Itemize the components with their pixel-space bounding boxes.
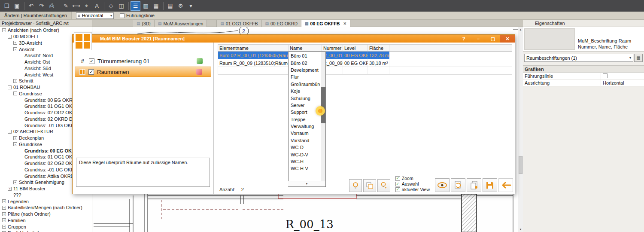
minimize-button[interactable]: –: [471, 35, 486, 43]
dropdown-option[interactable]: Verwaltung: [289, 123, 320, 130]
toolbar-separator[interactable]: [59, 2, 59, 10]
dropdown-option[interactable]: Schulung: [289, 95, 320, 101]
save-icon[interactable]: ▣: [12, 1, 22, 11]
tree-expander-icon[interactable]: -: [13, 142, 17, 146]
table-row[interactable]: Büro 02 R_00_01 (1283505;Räume Büro 02 ▾…: [218, 52, 512, 59]
toolbar-separator[interactable]: [128, 2, 129, 10]
tree-expander-icon[interactable]: -: [13, 47, 17, 51]
scrollbar-thumb[interactable]: [321, 87, 325, 123]
dimension-icon[interactable]: ⟷: [71, 1, 81, 11]
tree-expander-icon[interactable]: +: [13, 79, 17, 83]
view-tab[interactable]: ▤ 01 OG1 OKFFB ✕: [216, 20, 261, 27]
element-selector-dropdown[interactable]: Raumbeschriftungen (1) ▾: [524, 54, 633, 62]
dropdown-option[interactable]: Büro 01: [289, 52, 320, 59]
help-button[interactable]: ?: [456, 35, 471, 43]
highlight-bulb-button[interactable]: [349, 179, 362, 192]
tree-expander-icon[interactable]: -: [8, 35, 12, 39]
column-header[interactable]: Name: [289, 45, 322, 51]
rule-checkbox[interactable]: ✓: [88, 69, 94, 75]
tree-expander-icon[interactable]: -: [8, 130, 12, 134]
tree-item[interactable]: + Revit-Verknüpfungen: [0, 230, 92, 232]
tree-expander-icon[interactable]: +: [13, 41, 17, 45]
measure-icon[interactable]: ✎: [61, 1, 71, 11]
tree-expander-icon[interactable]: +: [2, 225, 6, 229]
dropdown-option[interactable]: Flur: [289, 73, 320, 80]
highlight-dropdown-button[interactable]: [377, 179, 390, 192]
redo-icon[interactable]: ↷: [36, 1, 46, 11]
close-tab-icon[interactable]: ✕: [343, 21, 346, 26]
alignment-dropdown[interactable]: ≡ Horizontal ▾: [76, 12, 114, 19]
copy-document-button[interactable]: [467, 178, 481, 192]
column-header[interactable]: Fläche: [368, 45, 389, 51]
tree-item[interactable]: + Pläne (nach Ordner): [0, 211, 92, 217]
column-header[interactable]: Level: [343, 45, 368, 51]
text-icon[interactable]: A: [92, 1, 102, 11]
dropdown-option[interactable]: Koje: [289, 88, 320, 95]
dialog-titlebar[interactable]: MuM BIM Booster 2021 [Raumnamen] ? – ▢ ✕: [73, 35, 515, 43]
scroll-down-icon[interactable]: ▼: [518, 227, 523, 232]
rule-item-room-names[interactable]: ✓ Raumnamen: [75, 67, 211, 77]
section-icon[interactable]: ◫: [116, 1, 126, 11]
canvas-vertical-scrollbar[interactable]: ▲ ▼: [518, 27, 523, 232]
selection-frames-button[interactable]: [363, 179, 376, 192]
dropdown-option[interactable]: WC-D-V: [289, 151, 320, 158]
dropdown-option[interactable]: Server: [289, 102, 320, 109]
tree-expander-icon[interactable]: +: [2, 199, 6, 203]
view-option-checkbox[interactable]: ✓ Zoom: [395, 176, 430, 181]
tree-item[interactable]: + Legenden: [0, 198, 92, 205]
user-interface-icon[interactable]: ▥: [141, 1, 151, 11]
column-header[interactable]: Nummer: [322, 45, 343, 51]
view-option-checkbox[interactable]: ✓ Auswahl: [395, 181, 430, 186]
show-element-button[interactable]: [435, 178, 450, 192]
dropdown-option[interactable]: Vorstand: [289, 137, 320, 144]
tree-item[interactable]: + Familien: [0, 217, 92, 224]
tree-expander-icon[interactable]: +: [2, 212, 6, 216]
tree-expander-icon[interactable]: +: [8, 187, 12, 191]
dropdown-option[interactable]: Großraumbüro: [289, 81, 320, 88]
rule-checkbox[interactable]: ✓: [89, 58, 94, 64]
tag-icon[interactable]: ⌖: [82, 1, 91, 11]
rule-item-door-numbering[interactable]: # ✓ Türnummerierung 01: [75, 56, 211, 66]
tree-expander-icon[interactable]: -: [2, 28, 6, 32]
3d-view-icon[interactable]: ◇: [106, 1, 116, 11]
tree-item[interactable]: + Bauteillisten/Mengen (nach Ordner): [0, 205, 92, 211]
dropdown-option[interactable]: WC-H: [289, 158, 320, 165]
schedule-icon[interactable]: ▦: [151, 1, 161, 11]
scroll-down-icon[interactable]: ▼: [288, 181, 325, 186]
dropdown-option[interactable]: Development: [289, 67, 320, 73]
maximize-button[interactable]: ▢: [486, 35, 500, 43]
dropdown-option[interactable]: Vorraum: [289, 130, 320, 137]
scrollbar-thumb[interactable]: [519, 156, 522, 174]
dropdown-option[interactable]: Treppe: [289, 116, 320, 123]
leader-line-property-checkbox[interactable]: [603, 73, 608, 78]
back-arrow-button[interactable]: [498, 178, 513, 192]
toolbar-separator[interactable]: [163, 2, 164, 10]
print-icon[interactable]: ⎙: [47, 1, 57, 11]
edit-type-button[interactable]: ▦: [634, 54, 643, 62]
thin-lines-icon[interactable]: ☰: [131, 1, 140, 11]
column-header[interactable]: Elementname: [218, 45, 289, 51]
tree-item[interactable]: + Gruppen: [0, 223, 92, 230]
undo-icon[interactable]: ↶: [26, 1, 36, 11]
tree-expander-icon[interactable]: +: [2, 206, 6, 210]
view-option-checkbox[interactable]: ✓ aktueller View: [395, 187, 430, 192]
context-tab-modify-room-tags[interactable]: Ändern | Raumbeschriftungen: [0, 12, 72, 19]
tree-expander-icon[interactable]: +: [13, 180, 17, 184]
close-button[interactable]: ✕: [500, 35, 515, 43]
property-group-header[interactable]: Grafiken: [523, 66, 644, 73]
view-tab[interactable]: ▤ 00 EG OKRD ✕: [262, 20, 302, 27]
settings-icon[interactable]: ⚙: [176, 1, 185, 11]
dropdown-scrollbar[interactable]: ▼: [321, 52, 325, 186]
more-tools-icon[interactable]: ▾: [186, 1, 196, 11]
view-tab[interactable]: ▤ 00 EG OKFFB ✕: [301, 20, 350, 27]
alignment-property-value[interactable]: Horizontal: [601, 79, 644, 86]
scroll-up-icon[interactable]: ▲: [518, 27, 523, 32]
view-tab[interactable]: ▤ {3D} ✕: [133, 20, 155, 27]
toolbar-separator[interactable]: [24, 2, 24, 10]
tree-expander-icon[interactable]: -: [13, 92, 17, 95]
dropdown-option[interactable]: WC-D: [289, 144, 320, 151]
tree-expander-icon[interactable]: -: [8, 85, 12, 89]
refresh-document-button[interactable]: [451, 178, 465, 192]
table-row[interactable]: Raum R_00_09 (1283510;Räume) R_00_09 00 …: [218, 59, 512, 67]
tree-expander-icon[interactable]: +: [13, 136, 17, 140]
